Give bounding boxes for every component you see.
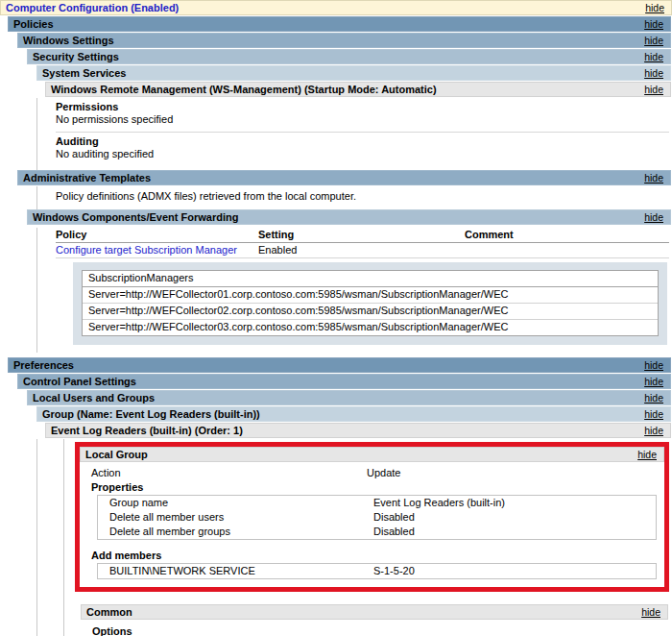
section-title: Local Group [85, 449, 148, 460]
section-title: Security Settings [33, 51, 119, 62]
section-header-policies[interactable]: Policies hide [8, 16, 671, 32]
hide-link[interactable]: hide [637, 449, 657, 460]
gpo-report: Computer Configuration (Enabled) hide Po… [0, 0, 672, 636]
hide-link[interactable]: hide [644, 211, 663, 223]
section-title: Computer Configuration (Enabled) [6, 2, 179, 13]
section-title: Preferences [13, 359, 74, 371]
subscription-managers-heading: SubscriptionManagers [83, 271, 658, 287]
auditing-heading: Auditing [56, 135, 669, 148]
hide-link[interactable]: hide [644, 18, 663, 30]
section-title: System Services [42, 67, 126, 79]
hide-link[interactable]: hide [644, 359, 663, 371]
policy-table: Policy Setting Comment Configure target … [56, 228, 669, 258]
properties-table: Group name Event Log Readers (built-in) … [97, 495, 657, 540]
policy-comment [465, 243, 669, 257]
hide-link[interactable]: hide [644, 51, 663, 62]
hide-link[interactable]: hide [644, 172, 663, 183]
property-label: Group name [109, 497, 373, 509]
section-title: Windows Components/Event Forwarding [33, 211, 238, 223]
section-header-local-group[interactable]: Local Group hide [80, 447, 664, 462]
add-members-table: BUILTIN\NETWORK SERVICE S-1-5-20 [97, 563, 657, 579]
policy-table-row: Configure target Subscription Manager En… [56, 243, 669, 258]
add-members-heading: Add members [91, 549, 662, 562]
section-header-security-settings[interactable]: Security Settings hide [27, 49, 671, 64]
hide-link[interactable]: hide [644, 35, 663, 46]
permissions-value: No permissions specified [56, 113, 669, 126]
section-title: Local Users and Groups [33, 392, 155, 404]
section-header-event-log-readers-order[interactable]: Event Log Readers (built-in) (Order: 1) … [45, 423, 671, 438]
common-content: Options Stop processing items on this ex… [81, 621, 668, 636]
subscription-server-row: Server=http://WEFCollector02.corp.contos… [83, 303, 658, 319]
section-header-group[interactable]: Group (Name: Event Log Readers (built-in… [36, 406, 671, 422]
hide-link[interactable]: hide [641, 606, 660, 618]
hide-link[interactable]: hide [644, 67, 663, 79]
permissions-item: Permissions No permissions specified [56, 98, 669, 130]
action-row: Action Update [91, 466, 662, 480]
hide-link[interactable]: hide [645, 2, 664, 13]
property-row: Group name Event Log Readers (built-in) [98, 496, 656, 510]
winrm-service-content: Permissions No permissions specified Aud… [36, 98, 671, 170]
property-value: Disabled [373, 526, 656, 538]
policy-table-header: Policy Setting Comment [56, 228, 669, 243]
options-heading: Options [92, 624, 666, 636]
auditing-value: No auditing specified [56, 148, 669, 160]
section-title: Common [86, 606, 132, 618]
section-header-computer-configuration[interactable]: Computer Configuration (Enabled) hide [0, 0, 672, 15]
section-header-system-services[interactable]: System Services hide [36, 65, 671, 81]
hide-link[interactable]: hide [644, 408, 663, 420]
section-header-winrm-service[interactable]: Windows Remote Management (WS-Management… [45, 82, 671, 97]
section-header-control-panel-settings[interactable]: Control Panel Settings hide [17, 374, 671, 389]
column-header-setting: Setting [258, 228, 465, 242]
permissions-heading: Permissions [56, 101, 669, 113]
hide-link[interactable]: hide [644, 425, 663, 436]
section-header-common[interactable]: Common hide [81, 604, 668, 620]
section-header-preferences[interactable]: Preferences hide [8, 357, 671, 373]
section-header-event-forwarding[interactable]: Windows Components/Event Forwarding hide [27, 209, 671, 225]
properties-heading: Properties [91, 480, 662, 494]
admx-note: Policy definitions (ADMX files) retrieve… [56, 186, 669, 208]
property-value: Disabled [373, 511, 656, 524]
member-row: BUILTIN\NETWORK SERVICE S-1-5-20 [98, 564, 656, 578]
property-value: Event Log Readers (built-in) [373, 497, 656, 509]
section-title: Windows Remote Management (WS-Management… [51, 84, 437, 95]
section-title: Windows Settings [23, 35, 114, 46]
policy-setting: Enabled [258, 243, 465, 257]
section-title: Administrative Templates [23, 172, 151, 183]
auditing-item: Auditing No auditing specified [56, 132, 669, 164]
section-header-local-users-and-groups[interactable]: Local Users and Groups hide [27, 390, 671, 405]
action-label: Action [91, 467, 367, 479]
policy-link[interactable]: Configure target Subscription Manager [56, 243, 258, 257]
local-group-content: Action Update Properties Group name Even… [80, 462, 664, 587]
administrative-templates-note-wrap: Policy definitions (ADMX files) retrieve… [36, 186, 671, 209]
section-title: Control Panel Settings [23, 376, 136, 387]
group-item-content: Local Group hide Action Update Propertie… [36, 439, 671, 636]
preferences-section: Preferences hide Control Panel Settings … [0, 357, 672, 636]
subscription-server-row: Server=http://WEFCollector03.corp.contos… [83, 319, 658, 335]
property-row: Delete all member users Disabled [98, 510, 656, 525]
hide-link[interactable]: hide [644, 84, 663, 95]
member-name: BUILTIN\NETWORK SERVICE [109, 565, 373, 577]
property-row: Delete all member groups Disabled [98, 525, 656, 539]
section-title: Event Log Readers (built-in) (Order: 1) [51, 425, 243, 436]
property-label: Delete all member groups [109, 526, 373, 538]
column-header-comment: Comment [465, 228, 669, 242]
member-sid: S-1-5-20 [373, 565, 656, 577]
hide-link[interactable]: hide [644, 376, 663, 387]
section-header-administrative-templates[interactable]: Administrative Templates hide [17, 170, 671, 185]
hide-link[interactable]: hide [644, 392, 663, 404]
group-item-inner: Local Group hide Action Update Propertie… [63, 439, 669, 636]
action-value: Update [367, 467, 662, 479]
event-forwarding-content: Policy Setting Comment Configure target … [36, 228, 671, 353]
section-header-windows-settings[interactable]: Windows Settings hide [17, 33, 671, 48]
red-annotation-box: Local Group hide Action Update Propertie… [75, 442, 669, 592]
section-title: Policies [13, 18, 54, 30]
section-title: Group (Name: Event Log Readers (built-in… [42, 408, 260, 420]
subscription-managers-container: SubscriptionManagers Server=http://WEFCo… [73, 262, 667, 345]
column-header-policy: Policy [56, 228, 258, 242]
subscription-server-row: Server=http://WEFCollector01.corp.contos… [83, 287, 658, 303]
subscription-managers-table: SubscriptionManagers Server=http://WEFCo… [82, 270, 659, 336]
property-label: Delete all member users [109, 511, 373, 524]
